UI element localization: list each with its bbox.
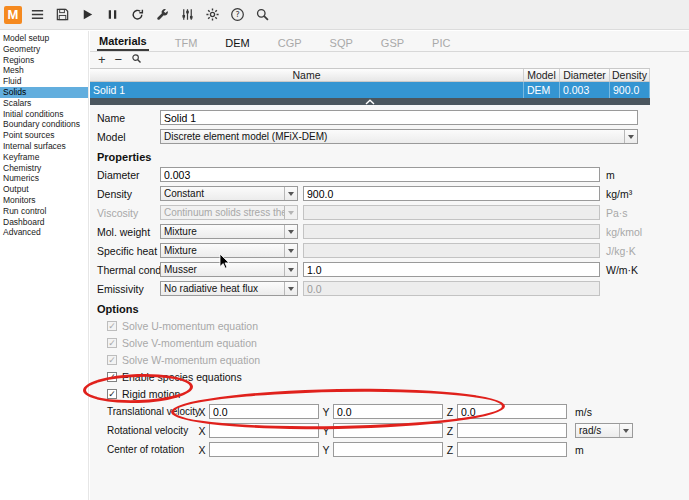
sidebar-item-point-sources[interactable]: Point sources <box>0 130 88 141</box>
solids-tabbar: Materials TFM DEM CGP SQP GSP PIC <box>90 31 689 52</box>
mol-weight-row: Mol. weight Mixture kg/kmol <box>97 222 689 241</box>
chevron-down-icon <box>284 282 297 295</box>
emissivity-model-select[interactable]: No radiative heat flux <box>160 281 298 296</box>
sidebar-item-mesh[interactable]: Mesh <box>0 65 88 76</box>
column-header-name[interactable]: Name <box>90 69 524 81</box>
mol-weight-input <box>303 224 600 239</box>
column-header-model[interactable]: Model <box>524 69 560 81</box>
center-of-rotation-y-input[interactable] <box>333 442 443 457</box>
mol-weight-model-select[interactable]: Mixture <box>160 224 298 239</box>
tab-cgp: CGP <box>276 34 304 51</box>
solids-pane: Materials TFM DEM CGP SQP GSP PIC + − Na… <box>90 31 689 500</box>
viscosity-model-select: Continuum solids stress theory <box>160 205 298 220</box>
sidebar-item-internal-surfaces[interactable]: Internal surfaces <box>0 141 88 152</box>
table-row-solid-1[interactable]: Solid 1 DEM 0.003 900.0 <box>90 82 650 98</box>
center-of-rotation-z-input[interactable] <box>457 442 567 457</box>
gear-icon[interactable] <box>203 5 222 24</box>
viscosity-label: Viscosity <box>97 207 160 219</box>
center-of-rotation-unit: m <box>575 444 584 456</box>
search-solids-icon[interactable] <box>131 53 142 66</box>
pause-icon[interactable] <box>103 5 122 24</box>
density-input[interactable] <box>303 186 600 201</box>
y-axis-label: Y <box>319 406 333 418</box>
tab-materials[interactable]: Materials <box>97 32 149 51</box>
name-input[interactable] <box>160 110 638 125</box>
column-header-density[interactable]: Density <box>610 69 650 81</box>
translational-velocity-unit: m/s <box>575 406 592 418</box>
specific-heat-row: Specific heat Mixture J/kg·K <box>97 241 689 260</box>
help-icon[interactable]: ? <box>228 5 247 24</box>
sidebar-item-initial-conditions[interactable]: Initial conditions <box>0 109 88 120</box>
solve-w-momentum-label: Solve W-momentum equation <box>122 354 260 366</box>
specific-heat-unit: J/kg·K <box>606 245 636 257</box>
save-icon[interactable] <box>53 5 72 24</box>
run-icon[interactable] <box>78 5 97 24</box>
center-of-rotation-x-input[interactable] <box>209 442 319 457</box>
sidebar-item-boundary-conditions[interactable]: Boundary conditions <box>0 119 88 130</box>
filters-icon[interactable] <box>178 5 197 24</box>
sidebar-item-model-setup[interactable]: Model setup <box>0 33 88 44</box>
tab-sqp: SQP <box>328 34 355 51</box>
sidebar-item-dashboard[interactable]: Dashboard <box>0 217 88 228</box>
translational-velocity-z-input[interactable] <box>457 404 567 419</box>
y-axis-label: Y <box>319 425 333 437</box>
menu-icon[interactable] <box>28 5 47 24</box>
translational-velocity-y-input[interactable] <box>333 404 443 419</box>
sidebar-item-regions[interactable]: Regions <box>0 55 88 66</box>
table-header-row: Name Model Diameter Density <box>90 68 650 82</box>
translational-velocity-x-input[interactable] <box>209 404 319 419</box>
tab-dem[interactable]: DEM <box>223 34 251 51</box>
rigid-motion-label: Rigid motion <box>122 388 180 400</box>
thermal-cond-model-select[interactable]: Musser <box>160 262 298 277</box>
name-row: Name <box>97 108 689 127</box>
column-header-diameter[interactable]: Diameter <box>560 69 610 81</box>
z-axis-label: Z <box>443 444 457 456</box>
enable-species-checkbox[interactable] <box>107 372 117 382</box>
search-icon[interactable] <box>253 5 272 24</box>
sidebar-item-run-control[interactable]: Run control <box>0 206 88 217</box>
viscosity-input <box>303 205 600 220</box>
emissivity-input <box>303 281 600 296</box>
sidebar-item-advanced[interactable]: Advanced <box>0 227 88 238</box>
wrench-icon[interactable] <box>153 5 172 24</box>
cell-density: 900.0 <box>610 82 650 98</box>
sidebar-item-chemistry[interactable]: Chemistry <box>0 163 88 174</box>
diameter-label: Diameter <box>97 169 160 181</box>
z-axis-label: Z <box>443 425 457 437</box>
sidebar-item-output[interactable]: Output <box>0 184 88 195</box>
add-solid-button[interactable]: + <box>98 54 106 66</box>
rotational-velocity-x-input[interactable] <box>209 423 319 438</box>
sidebar-item-scalars[interactable]: Scalars <box>0 98 88 109</box>
solve-w-momentum-row: Solve W-momentum equation <box>97 351 689 368</box>
rotational-velocity-z-input[interactable] <box>457 423 567 438</box>
sidebar-item-geometry[interactable]: Geometry <box>0 44 88 55</box>
chevron-down-icon <box>284 244 297 257</box>
options-section-title: Options <box>97 303 689 315</box>
sidebar-item-solids[interactable]: Solids <box>0 87 88 98</box>
diameter-input[interactable] <box>160 167 600 182</box>
sidebar-item-fluid[interactable]: Fluid <box>0 76 88 87</box>
sidebar-item-keyframe[interactable]: Keyframe <box>0 152 88 163</box>
rotational-velocity-y-input[interactable] <box>333 423 443 438</box>
sidebar-item-numerics[interactable]: Numerics <box>0 173 88 184</box>
density-model-value: Constant <box>164 188 284 199</box>
center-of-rotation-row: Center of rotation X Y Z m <box>97 440 689 459</box>
main-toolbar: M ? <box>0 0 689 30</box>
specific-heat-model-select[interactable]: Mixture <box>160 243 298 258</box>
chevron-down-icon <box>624 130 637 143</box>
sidebar-item-monitors[interactable]: Monitors <box>0 195 88 206</box>
collapse-table-handle[interactable] <box>90 98 650 105</box>
emissivity-row: Emissivity No radiative heat flux <box>97 279 689 298</box>
model-select[interactable]: Discrete element model (MFiX-DEM) <box>160 129 638 144</box>
cell-name: Solid 1 <box>90 82 524 98</box>
reset-icon[interactable] <box>128 5 147 24</box>
remove-solid-button[interactable]: − <box>115 54 123 66</box>
rigid-motion-row: Rigid motion <box>97 385 689 402</box>
chevron-up-icon <box>365 99 375 105</box>
density-model-select[interactable]: Constant <box>160 186 298 201</box>
thermal-cond-input[interactable] <box>303 262 600 277</box>
mol-weight-unit: kg/kmol <box>606 226 642 238</box>
rigid-motion-checkbox[interactable] <box>107 389 117 399</box>
rotational-velocity-unit-select[interactable]: rad/s <box>575 423 633 438</box>
solid-detail-form: Name Model Discrete element model (MFiX-… <box>90 105 689 459</box>
